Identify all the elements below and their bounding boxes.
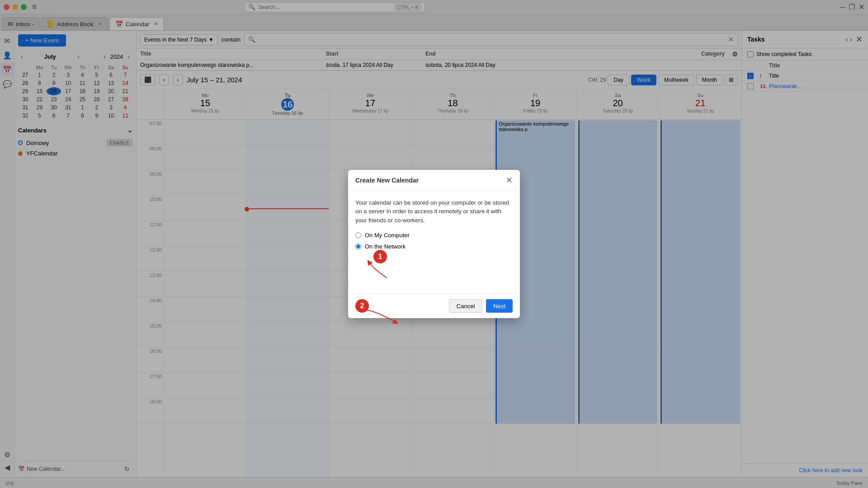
dialog-description: Your calendar can be stored on your comp… (355, 198, 513, 225)
radio-network-input[interactable] (355, 244, 361, 249)
dialog-footer: 2 Cancel Next (348, 293, 520, 318)
dialog-body: Your calendar can be stored on your comp… (348, 191, 520, 294)
radio-computer-label: On My Computer (365, 232, 410, 239)
radio-computer-input[interactable] (355, 232, 361, 238)
radio-computer[interactable]: On My Computer (355, 232, 513, 239)
annotation-arrow-2 (364, 309, 401, 327)
dialog-close-btn[interactable]: ✕ (506, 175, 513, 185)
annotation-arrow-1 (364, 260, 392, 282)
radio-network-label: On the Network (365, 243, 406, 250)
radio-network[interactable]: On the Network (355, 243, 513, 250)
dialog-title: Create New Calendar (355, 177, 419, 184)
dialog-overlay: Create New Calendar ✕ Your calendar can … (0, 0, 868, 488)
dialog-header: Create New Calendar ✕ (348, 170, 520, 191)
dialog-next-btn[interactable]: Next (486, 299, 513, 313)
create-calendar-dialog: Create New Calendar ✕ Your calendar can … (348, 170, 520, 319)
dialog-cancel-btn[interactable]: Cancel (449, 299, 482, 313)
dialog-radio-group: On My Computer On the Network (355, 232, 513, 250)
